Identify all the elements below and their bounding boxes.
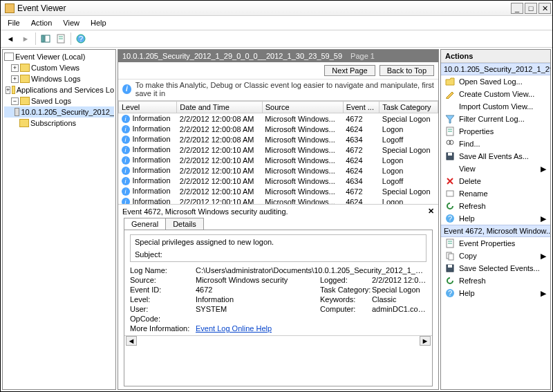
table-row[interactable]: iInformation2/2/2012 12:00:08 AMMicrosof… bbox=[119, 124, 438, 134]
kv-value: Special Logon bbox=[372, 286, 427, 294]
action-item[interactable]: Event Properties bbox=[441, 237, 550, 250]
detail-close-icon[interactable]: ✕ bbox=[428, 207, 434, 216]
action-label: Refresh bbox=[459, 202, 486, 210]
action-item[interactable]: View▶ bbox=[441, 162, 550, 175]
tree-label: 10.0.1.205_Security_2012_ bbox=[21, 108, 114, 116]
cell-task: Special Logon bbox=[379, 144, 438, 155]
kv-value: Information bbox=[196, 295, 320, 304]
table-row[interactable]: iInformation2/2/2012 12:00:10 AMMicrosof… bbox=[119, 144, 438, 155]
actions-pane: Actions 10.0.1.205_Security_2012_1_29_..… bbox=[440, 49, 551, 390]
action-item[interactable]: Copy▶ bbox=[441, 250, 550, 262]
help-icon[interactable]: ? bbox=[74, 32, 88, 46]
minimize-button[interactable]: _ bbox=[511, 3, 523, 14]
cell-datetime: 2/2/2012 12:00:08 AM bbox=[177, 124, 262, 134]
tab-general[interactable]: General bbox=[124, 218, 166, 230]
action-icon bbox=[445, 127, 455, 136]
forward-icon[interactable]: ► bbox=[19, 32, 32, 46]
action-item[interactable]: Refresh bbox=[441, 274, 550, 287]
table-row[interactable]: iInformation2/2/2012 12:00:10 AMMicrosof… bbox=[119, 176, 438, 186]
action-label: Refresh bbox=[459, 277, 486, 285]
maximize-button[interactable]: □ bbox=[525, 3, 537, 14]
col-level[interactable]: Level bbox=[119, 102, 177, 113]
cell-task: Logoff bbox=[379, 134, 438, 144]
table-row[interactable]: iInformation2/2/2012 12:00:10 AMMicrosof… bbox=[119, 165, 438, 176]
tree-subscriptions[interactable]: Subscriptions bbox=[4, 118, 114, 129]
menu-file[interactable]: File bbox=[3, 17, 24, 28]
col-datetime[interactable]: Date and Time bbox=[177, 102, 262, 113]
col-taskcat[interactable]: Task Category bbox=[379, 102, 438, 113]
action-item[interactable]: Import Custom View... bbox=[441, 100, 550, 113]
tree-app-services[interactable]: +Applications and Services Lo bbox=[4, 84, 114, 95]
menu-action[interactable]: Action bbox=[27, 17, 57, 28]
action-label: Help bbox=[459, 289, 475, 297]
action-item[interactable]: Refresh bbox=[441, 200, 550, 212]
action-icon: ? bbox=[445, 288, 455, 298]
next-page-button[interactable]: Next Page bbox=[324, 65, 375, 76]
action-item[interactable]: Properties bbox=[441, 125, 550, 138]
cell-eventid: 4634 bbox=[343, 134, 379, 144]
table-row[interactable]: iInformation2/2/2012 12:00:10 AMMicrosof… bbox=[119, 186, 438, 196]
cell-eventid: 4624 bbox=[343, 124, 379, 134]
event-grid[interactable]: Level Date and Time Source Event ... Tas… bbox=[118, 101, 438, 205]
page-label: Page 1 bbox=[350, 52, 375, 60]
action-label: Open Saved Log... bbox=[459, 77, 523, 86]
action-item[interactable]: ?Help▶ bbox=[441, 212, 550, 225]
action-item[interactable]: Delete bbox=[441, 175, 550, 187]
tree-root[interactable]: Event Viewer (Local) bbox=[4, 51, 114, 62]
action-item[interactable]: Filter Current Log... bbox=[441, 113, 550, 125]
info-icon: i bbox=[122, 177, 130, 185]
tree[interactable]: Event Viewer (Local) +Custom Views +Wind… bbox=[3, 50, 115, 130]
scroll-right-icon[interactable]: ► bbox=[420, 336, 431, 346]
scroll-left-icon[interactable]: ◄ bbox=[126, 336, 137, 346]
detail-hscroll[interactable]: ◄ ► bbox=[124, 335, 432, 346]
tree-pane: Event Viewer (Local) +Custom Views +Wind… bbox=[2, 49, 116, 390]
kv-value: Classic bbox=[372, 295, 427, 304]
action-label: Delete bbox=[459, 177, 481, 185]
cell-level: iInformation bbox=[119, 196, 177, 205]
tab-details[interactable]: Details bbox=[165, 218, 204, 230]
svg-text:?: ? bbox=[79, 35, 83, 43]
collapse-icon[interactable]: − bbox=[11, 97, 19, 105]
table-row[interactable]: iInformation2/2/2012 12:00:08 AMMicrosof… bbox=[119, 113, 438, 124]
menu-view[interactable]: View bbox=[59, 17, 84, 28]
action-item[interactable]: Find... bbox=[441, 138, 550, 150]
table-row[interactable]: iInformation2/2/2012 12:00:10 AMMicrosof… bbox=[119, 155, 438, 165]
tree-label: Saved Logs bbox=[31, 97, 71, 105]
actions-group-log[interactable]: 10.0.1.205_Security_2012_1_29_... ▲ bbox=[441, 63, 550, 75]
action-item[interactable]: Save All Events As... bbox=[441, 150, 550, 162]
back-icon[interactable]: ◄ bbox=[3, 32, 17, 46]
table-row[interactable]: iInformation2/2/2012 12:00:08 AMMicrosof… bbox=[119, 134, 438, 144]
show-hide-tree-icon[interactable] bbox=[39, 32, 53, 46]
savedlog-icon bbox=[15, 108, 19, 116]
menu-help[interactable]: Help bbox=[86, 17, 111, 28]
action-item[interactable]: Rename bbox=[441, 187, 550, 200]
tree-windows-logs[interactable]: +Windows Logs bbox=[4, 73, 114, 84]
action-label: Help bbox=[459, 214, 475, 223]
back-to-top-button[interactable]: Back to Top bbox=[379, 65, 434, 76]
col-eventid[interactable]: Event ... bbox=[343, 102, 379, 113]
action-item[interactable]: Save Selected Events... bbox=[441, 262, 550, 274]
window-title: Event Viewer bbox=[17, 3, 509, 13]
table-row[interactable]: iInformation2/2/2012 12:00:10 AMMicrosof… bbox=[119, 196, 438, 205]
close-button[interactable]: ✕ bbox=[538, 3, 551, 14]
action-item[interactable]: Create Custom View... bbox=[441, 88, 550, 100]
expand-icon[interactable]: + bbox=[6, 86, 10, 94]
cell-datetime: 2/2/2012 12:00:10 AM bbox=[177, 155, 262, 165]
actions-group-event[interactable]: Event 4672, Microsoft Window... ▲ bbox=[441, 225, 550, 237]
tree-saved-logs[interactable]: −Saved Logs bbox=[4, 95, 114, 106]
properties-icon[interactable] bbox=[54, 32, 68, 46]
folder-icon bbox=[20, 75, 30, 83]
action-icon bbox=[445, 201, 455, 211]
tree-saved-item[interactable]: 10.0.1.205_Security_2012_ bbox=[4, 106, 114, 118]
expand-icon[interactable]: + bbox=[11, 64, 19, 72]
action-item[interactable]: Open Saved Log... bbox=[441, 75, 550, 88]
expand-icon[interactable]: + bbox=[11, 75, 19, 83]
action-item[interactable]: ?Help▶ bbox=[441, 287, 550, 299]
tree-custom-views[interactable]: +Custom Views bbox=[4, 62, 114, 73]
col-source[interactable]: Source bbox=[262, 102, 343, 113]
tree-root-label: Event Viewer (Local) bbox=[15, 53, 85, 61]
event-log-online-help-link[interactable]: Event Log Online Help bbox=[196, 324, 272, 333]
action-icon bbox=[445, 114, 455, 124]
detail-message: Special privileges assigned to new logon… bbox=[130, 234, 427, 262]
kv-value: 2/2/2012 12:00:08 AM bbox=[372, 276, 427, 284]
